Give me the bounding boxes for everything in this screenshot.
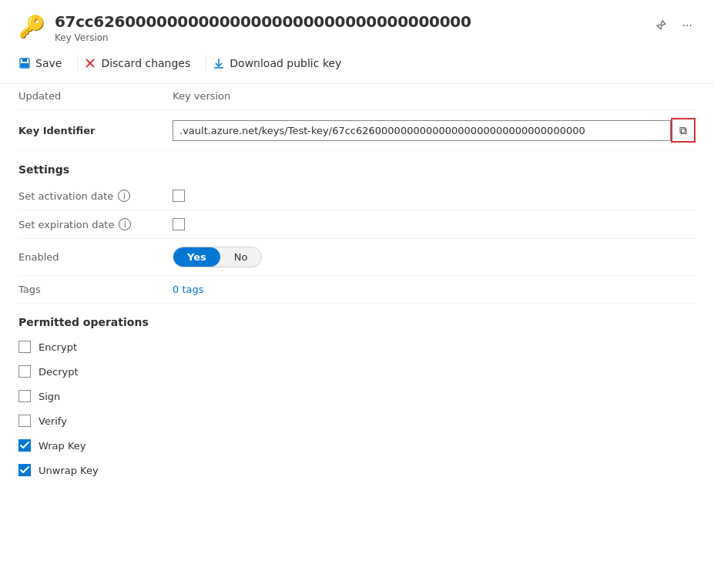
page-header: 🔑 67cc6260000000000000000000000000000000… xyxy=(0,0,714,49)
discard-label: Discard changes xyxy=(101,57,190,69)
svg-rect-1 xyxy=(22,59,27,62)
toggle-yes[interactable]: Yes xyxy=(173,247,220,267)
download-icon xyxy=(213,57,225,69)
wrap-key-check-icon xyxy=(18,439,31,452)
discard-icon xyxy=(84,57,96,69)
pin-button[interactable] xyxy=(652,16,670,35)
save-button[interactable]: Save xyxy=(18,52,71,74)
permitted-operations-heading: Permitted operations xyxy=(18,304,696,334)
updated-text: Key version xyxy=(173,90,230,102)
verify-row: Verify xyxy=(18,408,696,433)
expiration-date-label: Set expiration date i xyxy=(18,218,173,230)
unwrap-key-check-icon xyxy=(18,464,31,476)
enabled-row: Enabled Yes No xyxy=(18,239,696,276)
unwrap-key-row: Unwrap Key xyxy=(18,458,696,482)
key-identifier-input[interactable] xyxy=(173,120,671,141)
copy-icon: ⧉ xyxy=(679,124,687,137)
page-title: 67cc626000000000000000000000000000000000 xyxy=(55,12,642,31)
enabled-toggle-container: Yes No xyxy=(173,247,696,267)
toolbar-separator-2 xyxy=(206,55,206,71)
download-label: Download public key xyxy=(230,57,341,69)
settings-heading: Settings xyxy=(18,151,696,182)
activation-date-value xyxy=(173,190,696,202)
sign-checkbox[interactable] xyxy=(18,390,31,402)
updated-label: Updated xyxy=(18,90,173,102)
tags-label: Tags xyxy=(18,284,173,295)
pin-icon xyxy=(655,19,667,32)
save-label: Save xyxy=(35,57,62,69)
header-text: 67cc626000000000000000000000000000000000… xyxy=(55,12,642,43)
key-icon: 🔑 xyxy=(18,14,45,39)
toolbar: Save Discard changes Download public key xyxy=(0,49,714,84)
activation-date-label: Set activation date i xyxy=(18,190,173,202)
activation-info-icon[interactable]: i xyxy=(118,190,130,202)
activation-date-row: Set activation date i xyxy=(18,182,696,210)
save-icon xyxy=(18,57,31,69)
wrap-key-checkbox-checked[interactable] xyxy=(18,439,31,452)
encrypt-label: Encrypt xyxy=(39,341,77,353)
expiration-info-icon[interactable]: i xyxy=(119,218,131,230)
wrap-key-label: Wrap Key xyxy=(39,440,86,452)
sign-row: Sign xyxy=(18,384,696,408)
toggle-no[interactable]: No xyxy=(220,247,262,267)
updated-row: Updated Key version xyxy=(18,84,696,110)
updated-value: Key version xyxy=(173,90,696,102)
copy-button[interactable]: ⧉ xyxy=(671,118,696,143)
key-identifier-value: ⧉ xyxy=(173,118,696,143)
unwrap-key-checkbox-checked[interactable] xyxy=(18,464,31,476)
decrypt-checkbox[interactable] xyxy=(18,365,31,378)
expiration-date-row: Set expiration date i xyxy=(18,210,696,239)
enabled-toggle[interactable]: Yes No xyxy=(173,247,262,267)
expiration-date-checkbox[interactable] xyxy=(173,218,185,230)
more-icon: ··· xyxy=(682,18,692,32)
activation-date-checkbox[interactable] xyxy=(173,190,185,202)
enabled-label: Enabled xyxy=(18,251,173,263)
decrypt-row: Decrypt xyxy=(18,359,696,384)
content-area: Updated Key version Key Identifier ⧉ Set… xyxy=(0,84,714,482)
tags-value: 0 tags xyxy=(173,284,696,295)
tags-link[interactable]: 0 tags xyxy=(173,284,204,295)
download-button[interactable]: Download public key xyxy=(213,52,350,74)
verify-label: Verify xyxy=(39,415,67,427)
key-identifier-row: Key Identifier ⧉ xyxy=(18,110,696,151)
verify-checkbox[interactable] xyxy=(18,415,31,427)
unwrap-key-label: Unwrap Key xyxy=(39,465,99,476)
toolbar-separator-1 xyxy=(77,55,78,71)
tags-row: Tags 0 tags xyxy=(18,276,696,304)
sign-label: Sign xyxy=(39,391,60,402)
svg-rect-2 xyxy=(21,63,28,67)
encrypt-row: Encrypt xyxy=(18,334,696,359)
discard-button[interactable]: Discard changes xyxy=(84,52,199,74)
more-button[interactable]: ··· xyxy=(679,15,696,35)
decrypt-label: Decrypt xyxy=(39,366,79,378)
wrap-key-row: Wrap Key xyxy=(18,433,696,458)
page-subtitle: Key Version xyxy=(55,32,642,43)
encrypt-checkbox[interactable] xyxy=(18,341,31,353)
expiration-date-value xyxy=(173,218,696,230)
key-identifier-label: Key Identifier xyxy=(18,125,173,136)
header-actions: ··· xyxy=(652,15,696,35)
